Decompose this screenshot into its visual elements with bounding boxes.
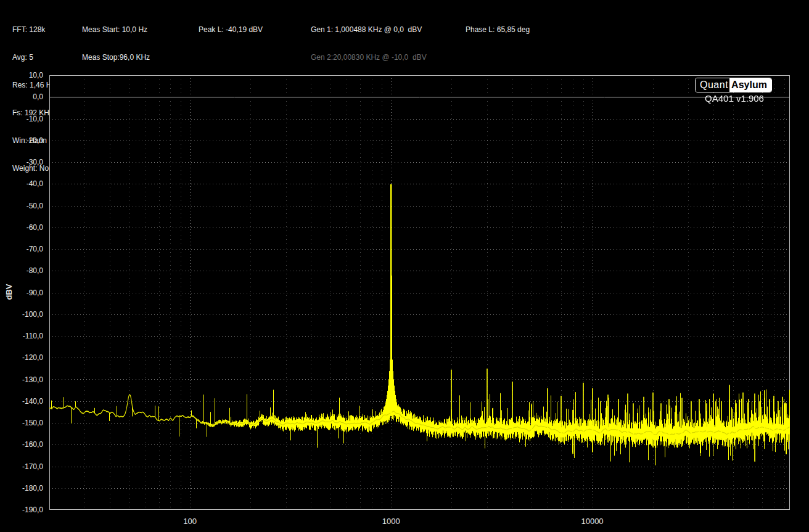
y-tick-label: -120,0 [9, 353, 43, 362]
y-tick-label: -20,0 [9, 136, 43, 145]
model-version-label: QA401 v1.906 [695, 93, 774, 104]
y-tick-label: -70,0 [9, 245, 43, 254]
y-tick-label: -40,0 [9, 179, 43, 189]
y-tick-label: -100,0 [9, 310, 43, 319]
logo-asylum-text: Asylum [729, 78, 771, 92]
peak-dbv-readout: Peak L: -40,19 dBV [199, 25, 269, 35]
y-tick-label: -180,0 [9, 484, 43, 493]
meas-start-readout: Meas Start: 10,0 Hz [82, 25, 150, 35]
gen1-status: Gen 1: 1,000488 KHz @ 0,0 dBV [311, 25, 427, 35]
y-tick-label: -80,0 [9, 266, 43, 276]
fft-size-readout: FFT: 128k [12, 25, 57, 35]
y-tick-label: -10,0 [9, 115, 43, 124]
generator-status-column: Gen 1: 1,000488 KHz @ 0,0 dBV Gen 2:20,0… [311, 7, 427, 81]
y-tick-label: -90,0 [9, 289, 43, 298]
y-tick-label: -50,0 [9, 202, 43, 211]
avg-readout: Avg: 5 [12, 53, 57, 62]
spacer-line [466, 53, 530, 62]
y-tick-label: -160,0 [9, 440, 43, 449]
qa401-analyzer-window: FFT: 128k Avg: 5 Res: 1,46 Hz Fs: 192 KH… [0, 0, 809, 532]
x-tick-label: 100 [171, 517, 208, 526]
gen2-status: Gen 2:20,00830 KHz @ -10,0 dBV [311, 53, 427, 62]
y-tick-label: -130,0 [9, 375, 43, 385]
y-tick-label: -170,0 [9, 462, 43, 472]
y-tick-label: -150,0 [9, 419, 43, 428]
spacer-line [199, 53, 269, 62]
y-tick-label: 0,0 [9, 92, 43, 102]
x-tick-label: 1000 [372, 517, 409, 526]
y-tick-label: -140,0 [9, 397, 43, 406]
y-tick-label: -30,0 [9, 158, 43, 167]
y-tick-label: 10,0 [9, 71, 43, 80]
phase-readout: Phase L: 65,85 deg [466, 25, 530, 35]
y-tick-label: -190,0 [9, 505, 43, 515]
y-tick-label: -60,0 [9, 223, 43, 232]
spectrum-plot-canvas[interactable] [49, 75, 790, 510]
y-tick-label: -110,0 [9, 332, 43, 341]
x-tick-label: 10000 [574, 517, 611, 526]
logo-quant-text: Quant [696, 78, 729, 92]
meas-stop-readout: Meas Stop:96,0 KHz [82, 53, 150, 62]
quantasylum-logo: Quant Asylum [695, 78, 772, 92]
